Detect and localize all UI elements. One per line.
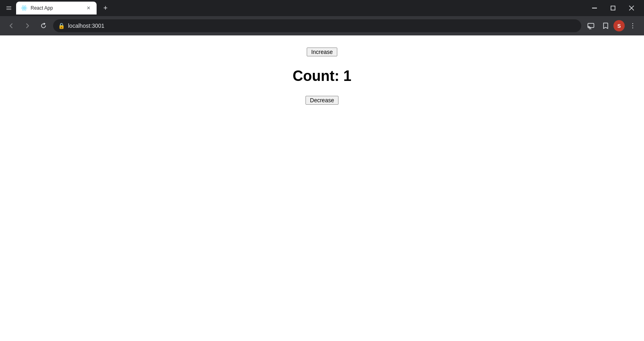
browser-chrome: React App ✕ + 🔒 <box>0 0 644 35</box>
react-favicon-icon <box>21 5 27 11</box>
tab-close-button[interactable]: ✕ <box>85 5 92 11</box>
count-display: Count: 1 <box>293 68 351 85</box>
svg-point-10 <box>632 25 633 26</box>
address-text: localhost:3001 <box>68 23 576 29</box>
svg-point-0 <box>24 8 25 9</box>
address-bar-actions: S <box>584 19 639 32</box>
active-tab[interactable]: React App ✕ <box>16 2 97 14</box>
decrease-button[interactable]: Decrease <box>305 96 339 105</box>
new-tab-button[interactable]: + <box>100 2 111 14</box>
tab-title: React App <box>31 5 82 11</box>
close-button[interactable] <box>622 0 641 16</box>
forward-button[interactable] <box>21 19 34 32</box>
page-content: Increase Count: 1 Decrease <box>0 35 644 341</box>
minimize-button[interactable] <box>585 0 604 16</box>
maximize-button[interactable] <box>604 0 622 16</box>
back-button[interactable] <box>5 19 18 32</box>
tab-switcher-button[interactable] <box>3 2 14 14</box>
tab-bar: React App ✕ + <box>0 0 644 16</box>
cast-button[interactable] <box>584 19 597 32</box>
profile-button[interactable]: S <box>613 20 625 31</box>
reload-button[interactable] <box>37 19 50 32</box>
address-bar: 🔒 localhost:3001 S <box>0 16 644 35</box>
svg-rect-8 <box>588 23 594 28</box>
bookmark-button[interactable] <box>599 19 612 32</box>
window-controls <box>585 0 641 16</box>
menu-button[interactable] <box>626 19 639 32</box>
svg-rect-4 <box>592 8 597 8</box>
svg-rect-5 <box>611 6 615 10</box>
svg-point-11 <box>632 27 633 28</box>
lock-icon: 🔒 <box>58 23 65 29</box>
increase-button[interactable]: Increase <box>307 48 337 56</box>
svg-point-9 <box>632 23 633 24</box>
address-input-wrapper[interactable]: 🔒 localhost:3001 <box>53 19 581 32</box>
